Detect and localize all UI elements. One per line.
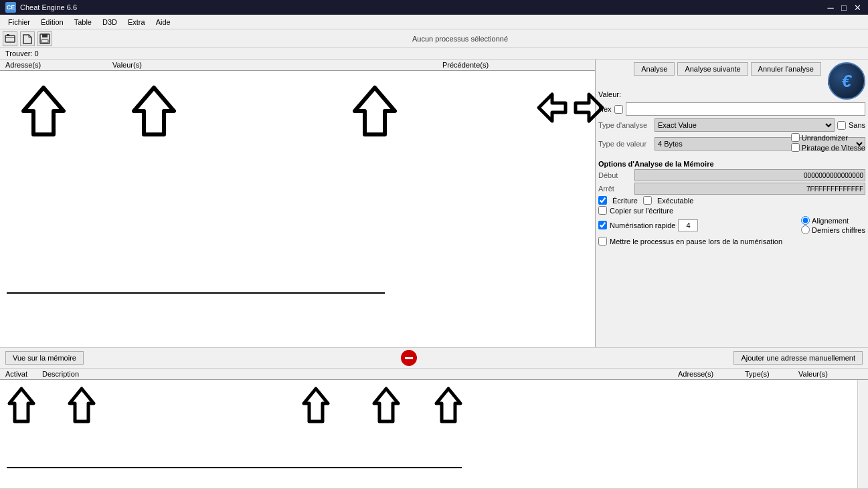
svg-marker-7 [355,88,395,134]
cheat-col-addr: Adresse(s) [678,370,745,378]
no-entry-bar [405,357,413,359]
svg-marker-10 [9,389,33,421]
svg-rect-3 [42,34,48,37]
valeur-label: Valeur: [598,90,621,98]
mem-options-title: Options d'Analyse de la Mémoire [598,160,865,168]
scan-col-value: Valeur(s) [112,61,442,69]
arrow-up-2 [131,84,177,139]
annuler-button[interactable]: Annuler l'analyse [751,62,821,76]
ecriture-checkbox[interactable] [598,196,607,205]
value-field[interactable] [626,102,865,116]
arrow-up-1 [20,84,67,139]
analyse-suivante-button[interactable]: Analyse suivante [677,62,748,76]
debut-label: Début [598,171,632,179]
scan-col-previous: Précédente(s) [442,61,590,69]
svg-marker-14 [436,389,460,421]
executable-checkbox[interactable] [643,196,652,205]
scan-divider-line [7,292,385,294]
cheat-arrow-2 [67,387,97,425]
app-icon: CE [5,2,16,13]
mem-options-section: Options d'Analyse de la Mémoire Début Ar… [596,153,868,250]
right-panel: € Analyse Analyse suivante Annuler l'ana… [596,60,868,347]
num-value-input[interactable] [678,219,698,231]
arret-label: Arrêt [598,185,632,193]
scan-col-address: Adresse(s) [5,61,112,69]
copier-label: Copier sur l'écriture [610,207,673,215]
cheat-arrow-1 [7,387,37,425]
copier-checkbox[interactable] [598,206,607,215]
num-rapide-row: Numérisation rapide Alignement Derniers … [598,216,865,234]
cheat-scrollbar[interactable] [857,380,868,488]
hex-label: Hex [598,105,612,113]
num-rapide-checkbox[interactable] [598,221,607,229]
type-analyse-select[interactable]: Exact Value [655,118,835,132]
cheat-list-body[interactable] [0,380,868,488]
cheat-col-type: Type(s) [745,370,798,378]
svg-marker-13 [374,389,398,421]
executable-label: Exécutable [657,197,693,205]
svg-marker-12 [304,389,328,421]
ajouter-adresse-button[interactable]: Ajouter une adresse manuellement [733,351,863,365]
save-button[interactable] [37,31,52,46]
menu-extra[interactable]: Extra [122,15,151,29]
debut-input[interactable] [634,169,865,181]
ce-logo-container: € [828,62,865,100]
minimize-button[interactable]: ─ [825,2,836,13]
menu-aide[interactable]: Aide [151,15,176,29]
find-label: Trouver: 0 [5,50,39,58]
cheat-list-panel: Activat Description Adresse(s) Type(s) V… [0,369,868,488]
debut-row: Début [598,169,865,181]
cheat-arrow-5 [434,387,464,425]
open-process-button[interactable] [3,31,17,46]
cheat-arrow-3 [301,387,331,425]
cheat-col-val: Valeur(s) [798,370,852,378]
cheat-divider-line [7,467,462,468]
menu-fichier[interactable]: Fichier [3,15,35,29]
radio-group: Alignement Derniers chiffres [801,216,865,234]
app-title: Cheat Engine 6.6 [20,3,77,11]
svg-marker-6 [134,88,174,134]
unrandomizer-label: Unrandomizer [802,134,848,142]
sans-checkbox[interactable] [837,121,846,130]
analyse-button[interactable]: Analyse [634,62,675,76]
find-row: Trouver: 0 [0,48,868,60]
derniers-radio[interactable] [801,225,810,234]
unrando-section: Unrandomizer Piratage de Vitesse [791,133,865,152]
svg-marker-5 [23,88,64,134]
scan-header: Adresse(s) Valeur(s) Précédente(s) [0,60,595,71]
arrow-up-3 [351,84,398,139]
pause-checkbox[interactable] [598,237,607,246]
close-button[interactable]: ✕ [852,2,863,13]
unrandomizer-checkbox[interactable] [791,133,800,142]
svg-rect-0 [5,35,15,42]
bottom-buttons-row: Vue sur la mémoire Ajouter une adresse m… [0,347,868,369]
arrow-left [535,91,569,126]
menu-table[interactable]: Table [69,15,97,29]
open-file-button[interactable] [20,31,35,46]
alignement-label: Alignement [812,217,849,225]
maximize-button[interactable]: □ [839,2,849,13]
scan-panel: Adresse(s) Valeur(s) Précédente(s) [0,60,596,347]
menu-d3d[interactable]: D3D [97,15,122,29]
middle-area: Adresse(s) Valeur(s) Précédente(s) [0,60,868,347]
arret-input[interactable] [634,183,865,195]
piratage-checkbox[interactable] [791,143,800,152]
cheat-scrollbar-placeholder [852,370,863,378]
vue-memoire-button[interactable]: Vue sur la mémoire [5,351,84,365]
type-valeur-label: Type de valeur [598,140,652,148]
menu-edition[interactable]: Édition [35,15,69,29]
value-row: Valeur: [596,89,868,100]
scan-results-area [0,71,595,347]
type-analyse-row: Type d'analyse Exact Value Sans [596,117,868,133]
svg-marker-8 [539,94,566,121]
alignement-radio[interactable] [801,216,810,225]
pause-label: Mettre le processus en pause lors de la … [610,237,782,246]
delete-icon-container [84,350,733,366]
ecriture-label: Écriture [612,197,638,205]
svg-marker-11 [70,389,94,421]
hex-checkbox[interactable] [614,105,623,114]
sans-label: Sans [849,121,865,129]
hex-value-row: Hex [596,102,868,116]
type-analyse-label: Type d'analyse [598,121,652,129]
params-label: Paramètres [596,78,868,86]
